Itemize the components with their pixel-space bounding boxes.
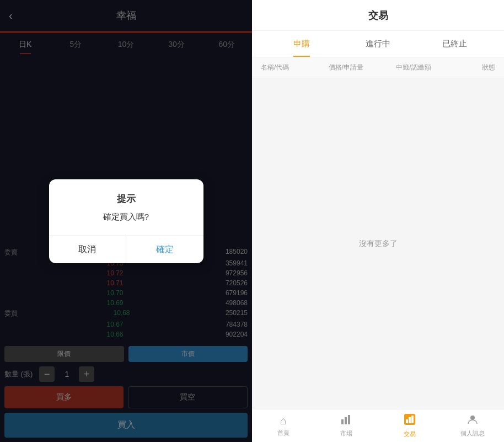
nav-item-trade[interactable]: 交易: [378, 409, 441, 442]
nav-item-profile[interactable]: 個人訊息: [441, 409, 504, 442]
svg-rect-4: [406, 419, 408, 423]
dialog-message: 確定買入嗎?: [60, 212, 192, 222]
svg-rect-1: [345, 417, 347, 424]
tab-subscription[interactable]: 申購: [263, 31, 340, 57]
tab-terminated[interactable]: 已終止: [416, 31, 493, 57]
nav-item-market[interactable]: 市場: [315, 409, 378, 442]
profile-icon: [467, 414, 478, 428]
dialog-overlay: 提示 確定買入嗎? 取消 確定: [0, 0, 252, 442]
no-more-text: 沒有更多了: [359, 239, 398, 249]
svg-rect-6: [411, 416, 414, 423]
right-panel: 交易 申購 進行中 已終止 名稱/代碼 價格/申請量 中籤/認繳額 狀態 沒有更…: [252, 0, 504, 442]
dialog-cancel-button[interactable]: 取消: [49, 236, 127, 263]
svg-point-7: [470, 416, 475, 420]
right-tab-bar: 申購 進行中 已終止: [252, 31, 504, 57]
right-title: 交易: [368, 9, 388, 22]
table-header: 名稱/代碼 價格/申請量 中籤/認繳額 狀態: [252, 57, 504, 78]
svg-rect-2: [348, 415, 350, 424]
left-panel: ‹ 幸福 日K 5分 10分 30分 60分 委賣 10.74 185020 1…: [0, 0, 252, 442]
th-status: 狀態: [450, 63, 495, 72]
bottom-nav: ⌂ 首頁 市場 交易: [252, 409, 504, 442]
home-icon: ⌂: [280, 414, 287, 427]
table-body: 沒有更多了: [252, 78, 504, 409]
nav-label-home: 首頁: [277, 429, 289, 437]
th-name-code: 名稱/代碼: [261, 63, 329, 72]
nav-label-trade: 交易: [404, 430, 416, 438]
trade-icon: [404, 413, 416, 428]
nav-label-profile: 個人訊息: [460, 429, 485, 438]
right-header: 交易: [252, 0, 504, 31]
svg-rect-0: [341, 419, 344, 424]
dialog-confirm-button[interactable]: 確定: [126, 236, 203, 263]
th-price-qty: 價格/申請量: [329, 63, 396, 72]
dialog: 提示 確定買入嗎? 取消 確定: [49, 179, 203, 263]
nav-label-market: 市場: [340, 429, 352, 438]
dialog-buttons: 取消 確定: [49, 236, 203, 263]
dialog-title: 提示: [60, 193, 192, 205]
tab-in-progress[interactable]: 進行中: [340, 31, 416, 57]
market-icon: [341, 414, 352, 428]
th-lot-amount: 中籤/認繳額: [396, 63, 450, 72]
svg-rect-5: [409, 417, 411, 423]
nav-item-home[interactable]: ⌂ 首頁: [252, 409, 315, 442]
